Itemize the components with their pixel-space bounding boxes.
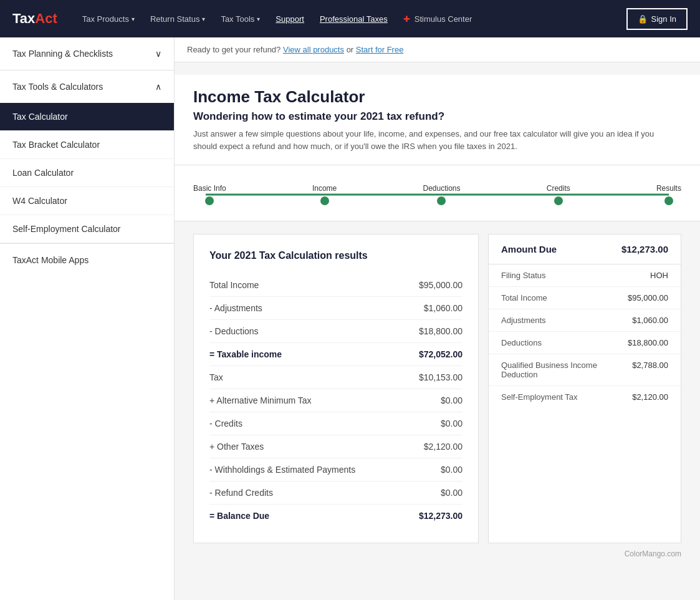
summary-filing-status: Filing Status HOH	[489, 264, 681, 287]
sidebar-item-tax-bracket[interactable]: Tax Bracket Calculator	[0, 131, 174, 159]
chevron-down-icon: ▾	[257, 16, 260, 22]
row-balance-due: = Balance Due $12,273.00	[209, 505, 463, 527]
row-credits: - Credits $0.00	[209, 412, 463, 435]
page-title: Income Tax Calculator	[193, 87, 681, 107]
sidebar-section-tools-header[interactable]: Tax Tools & Calculators ∧	[0, 70, 174, 103]
nav-support[interactable]: Support	[269, 9, 310, 29]
sidebar: Tax Planning & Checklists ∨ Tax Tools & …	[0, 37, 175, 600]
sidebar-section-tools: Tax Tools & Calculators ∧ Tax Calculator…	[0, 70, 174, 244]
sidebar-section-planning: Tax Planning & Checklists ∨	[0, 37, 174, 70]
progress-step-basic-info[interactable]: Basic Info	[193, 184, 226, 205]
plus-icon: ✚	[403, 14, 410, 24]
logo-act: Act	[35, 11, 57, 27]
step-dot	[554, 196, 563, 205]
progress-section: Basic Info Income Deductions Credits	[175, 165, 700, 221]
calculation-box: Your 2021 Tax Calculation results Total …	[193, 234, 479, 543]
chevron-down-icon: ▾	[132, 16, 135, 22]
nav-tax-products[interactable]: Tax Products ▾	[76, 9, 141, 29]
logo-tax: Tax	[12, 11, 35, 27]
watermark: ColorMango.com	[175, 543, 700, 564]
nav-professional-taxes[interactable]: Professional Taxes	[314, 9, 394, 29]
row-taxable-income: = Taxable income $72,052.00	[209, 343, 463, 366]
nav-tax-tools[interactable]: Tax Tools ▾	[214, 9, 266, 29]
progress-steps: Basic Info Income Deductions Credits	[193, 184, 681, 205]
view-all-products-link[interactable]: View all products	[283, 45, 344, 54]
chevron-down-icon: ▾	[202, 16, 205, 22]
summary-header: Amount Due $12,273.00	[489, 235, 681, 264]
sidebar-item-self-employment[interactable]: Self-Employment Calculator	[0, 215, 174, 243]
row-tax: Tax $10,153.00	[209, 366, 463, 389]
step-dot	[437, 196, 446, 205]
page-layout: Tax Planning & Checklists ∨ Tax Tools & …	[0, 37, 700, 600]
calculation-title: Your 2021 Tax Calculation results	[209, 250, 463, 261]
row-alternative-min-tax: + Alternative Minimum Tax $0.00	[209, 389, 463, 412]
calculator-header: Income Tax Calculator Wondering how to e…	[175, 75, 700, 165]
summary-qbi-deduction: Qualified Business Income Deduction $2,7…	[489, 354, 681, 386]
main-content: Ready to get your refund? View all produ…	[175, 37, 700, 600]
chevron-up-icon: ∧	[155, 82, 161, 92]
summary-self-employment-tax: Self-Employment Tax $2,120.00	[489, 386, 681, 408]
sidebar-item-mobile-apps[interactable]: TaxAct Mobile Apps	[0, 244, 174, 276]
summary-deductions: Deductions $18,800.00	[489, 332, 681, 354]
results-section: Your 2021 Tax Calculation results Total …	[175, 234, 700, 543]
chevron-down-icon: ∨	[155, 49, 161, 59]
row-total-income: Total Income $95,000.00	[209, 274, 463, 297]
sidebar-item-w4-calculator[interactable]: W4 Calculator	[0, 187, 174, 215]
row-other-taxes: + Other Taxes $2,120.00	[209, 435, 463, 458]
progress-step-results[interactable]: Results	[656, 184, 681, 205]
top-banner: Ready to get your refund? View all produ…	[175, 37, 700, 62]
progress-step-credits[interactable]: Credits	[547, 184, 570, 205]
summary-box: Amount Due $12,273.00 Filing Status HOH …	[488, 234, 681, 543]
summary-adjustments: Adjustments $1,060.00	[489, 309, 681, 332]
row-deductions: - Deductions $18,800.00	[209, 320, 463, 343]
progress-step-income[interactable]: Income	[312, 184, 337, 205]
summary-total-income: Total Income $95,000.00	[489, 287, 681, 309]
sidebar-item-loan-calculator[interactable]: Loan Calculator	[0, 159, 174, 187]
nav-return-status[interactable]: Return Status ▾	[144, 9, 212, 29]
step-dot	[664, 196, 673, 205]
sidebar-item-tax-calculator[interactable]: Tax Calculator	[0, 103, 174, 131]
progress-bar: Basic Info Income Deductions Credits	[193, 184, 681, 205]
start-for-free-link[interactable]: Start for Free	[356, 45, 404, 54]
calc-description: Just answer a few simple questions about…	[193, 128, 661, 152]
step-dot	[320, 196, 329, 205]
header: TaxAct Tax Products ▾ Return Status ▾ Ta…	[0, 0, 700, 37]
progress-step-deductions[interactable]: Deductions	[423, 184, 460, 205]
amount-due-value: $12,273.00	[621, 244, 668, 254]
row-refund-credits: - Refund Credits $0.00	[209, 481, 463, 505]
step-dot	[205, 196, 214, 205]
calc-subtitle: Wondering how to estimate your 2021 tax …	[193, 110, 681, 123]
nav-stimulus-center[interactable]: ✚ Stimulus Center	[397, 9, 478, 29]
row-withholdings: - Withholdings & Estimated Payments $0.0…	[209, 458, 463, 481]
lock-icon: 🔒	[638, 14, 648, 24]
sidebar-section-planning-header[interactable]: Tax Planning & Checklists ∨	[0, 37, 174, 70]
logo[interactable]: TaxAct	[12, 11, 57, 27]
main-nav: Tax Products ▾ Return Status ▾ Tax Tools…	[76, 9, 626, 29]
sign-in-button[interactable]: 🔒 Sign In	[626, 8, 688, 30]
amount-due-label: Amount Due	[501, 244, 557, 254]
row-adjustments: - Adjustments $1,060.00	[209, 297, 463, 320]
